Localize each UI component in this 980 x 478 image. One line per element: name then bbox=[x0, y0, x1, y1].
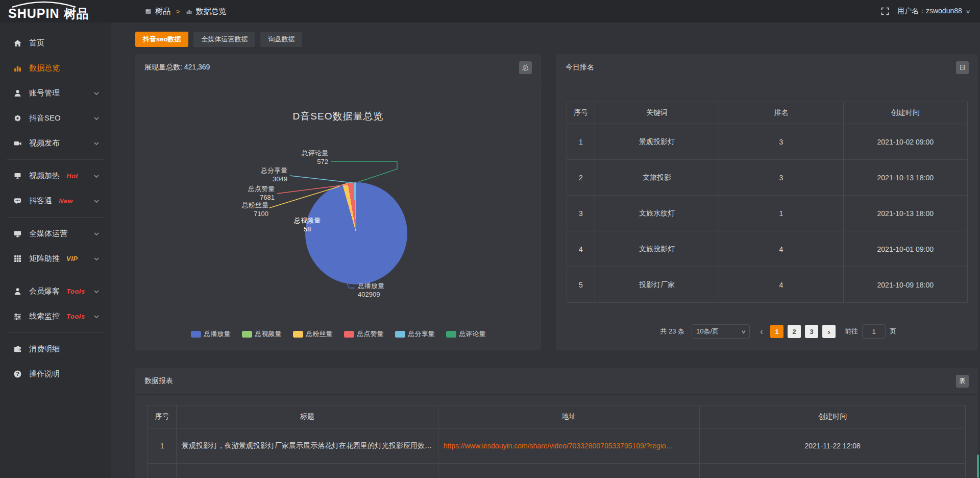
legend-item[interactable]: 总评论量 bbox=[446, 329, 486, 339]
pie-label-likes: 总点赞量7681 bbox=[213, 184, 275, 202]
sidebar-item-data-overview[interactable]: 数据总览 bbox=[0, 56, 111, 81]
pagination-total: 共 23 条 bbox=[660, 327, 684, 336]
day-view-button[interactable]: 日 bbox=[956, 61, 969, 74]
page-size-select[interactable]: 10条/页 ∨ bbox=[692, 324, 750, 339]
legend-item[interactable]: 总视频量 bbox=[242, 329, 282, 339]
sidebar-item-spend-details[interactable]: 消费明细 bbox=[0, 337, 111, 362]
video-url-link[interactable]: https://www.iesdouyin.com/share/video/70… bbox=[444, 442, 673, 450]
chevron-down-icon bbox=[94, 175, 99, 178]
legend-label: 总播放量 bbox=[204, 329, 231, 339]
legend-label: 总分享量 bbox=[408, 329, 435, 339]
sidebar-item-video-heat[interactable]: 视频加热 Hot bbox=[0, 163, 111, 188]
sidebar-item-omnimedia[interactable]: 全媒体运营 bbox=[0, 221, 111, 246]
table-view-button[interactable]: 表 bbox=[956, 375, 969, 388]
report-panel-title: 数据报表 bbox=[144, 376, 173, 386]
total-view-button[interactable]: 总 bbox=[519, 61, 532, 74]
breadcrumb-item-current: 数据总览 bbox=[196, 7, 227, 16]
legend-item[interactable]: 总粉丝量 bbox=[293, 329, 333, 339]
col-rank: 排名 bbox=[719, 102, 843, 124]
impressions-chart-panel: 展现量总数: 421,369 总 D音SEO数据量总览 bbox=[135, 54, 541, 350]
legend-swatch bbox=[446, 331, 456, 338]
chevron-down-icon: ∨ bbox=[741, 329, 746, 334]
username-menu[interactable]: 用户名：zswodun88 ∨ bbox=[897, 7, 970, 16]
legend-swatch bbox=[344, 331, 354, 338]
breadcrumb-separator: > bbox=[176, 8, 180, 15]
tools-badge: Tools bbox=[66, 313, 85, 320]
chevron-down-icon bbox=[94, 290, 99, 293]
tab-douyin-seo-data[interactable]: 抖音seo数据 bbox=[135, 32, 188, 47]
breadcrumb-item-root[interactable]: 树品 bbox=[155, 7, 170, 16]
sliders-icon bbox=[13, 312, 22, 321]
sidebar-item-label: 首页 bbox=[29, 38, 44, 48]
app-window: SHUPIN 树品 树品 > 数据总览 用户名：zswodun88 ∨ bbox=[0, 0, 980, 478]
col-index: 序号 bbox=[567, 102, 595, 124]
question-circle-icon: ? bbox=[13, 370, 22, 378]
col-index: 序号 bbox=[148, 405, 177, 428]
chevron-down-icon bbox=[94, 142, 99, 145]
sidebar-item-home[interactable]: 首页 bbox=[0, 31, 111, 56]
legend-swatch bbox=[191, 331, 201, 338]
top-bar: SHUPIN 树品 树品 > 数据总览 用户名：zswodun88 ∨ bbox=[0, 0, 980, 22]
chart-legend: 总播放量总视频量总粉丝量总点赞量总分享量总评论量 bbox=[135, 329, 541, 339]
sidebar-item-label: 数据总览 bbox=[29, 63, 60, 73]
sidebar-item-lead-monitor[interactable]: 线索监控 Tools bbox=[0, 304, 111, 329]
logo-text-en: SHUPIN bbox=[8, 7, 59, 20]
page-button-3[interactable]: 3 bbox=[805, 325, 818, 338]
logo-arc bbox=[10, 1, 78, 8]
table-row: 3 文旅水纹灯 1 2021-10-13 18:00 bbox=[567, 196, 968, 231]
sidebar-item-label: 全媒体运营 bbox=[29, 229, 67, 238]
chat-bubble-icon bbox=[13, 197, 22, 205]
prev-page-button[interactable]: ‹ bbox=[757, 326, 766, 337]
sidebar-divider bbox=[7, 332, 104, 333]
sidebar-item-matrix-boost[interactable]: 矩阵助推 VIP bbox=[0, 246, 111, 271]
col-time: 创建时间 bbox=[700, 405, 966, 428]
legend-item[interactable]: 总点赞量 bbox=[344, 329, 384, 339]
hot-badge: Hot bbox=[66, 172, 78, 180]
sidebar-item-label: 会员爆客 bbox=[29, 286, 60, 296]
tab-omnimedia-data[interactable]: 全媒体运营数据 bbox=[193, 32, 255, 47]
goto-page-input[interactable] bbox=[862, 324, 886, 339]
chevron-down-icon: ∨ bbox=[965, 9, 970, 14]
sidebar-item-douketong[interactable]: 抖客通 New bbox=[0, 188, 111, 213]
top-right-area: 用户名：zswodun88 ∨ bbox=[881, 7, 980, 16]
legend-item[interactable]: 总播放量 bbox=[191, 329, 231, 339]
col-url: 地址 bbox=[438, 405, 700, 428]
username-label: 用户名：zswodun88 bbox=[897, 7, 962, 15]
fullscreen-icon[interactable] bbox=[881, 7, 889, 15]
chevron-down-icon bbox=[94, 232, 99, 235]
pie-chart[interactable] bbox=[305, 182, 407, 284]
sidebar-item-member-baoke[interactable]: 会员爆客 Tools bbox=[0, 279, 111, 304]
pie-label-shares: 总分享量3049 bbox=[226, 166, 287, 183]
bar-chart-icon bbox=[13, 64, 22, 73]
chevron-down-icon bbox=[94, 92, 99, 95]
wallet-icon bbox=[13, 345, 22, 353]
data-tabs: 抖音seo数据 全媒体运营数据 询盘数据 bbox=[135, 32, 978, 47]
legend-item[interactable]: 总分享量 bbox=[395, 329, 435, 339]
chevron-down-icon bbox=[94, 257, 99, 260]
sidebar-item-label: 视频加热 bbox=[29, 171, 60, 181]
table-row: 1 景观投影灯 3 2021-10-02 09:00 bbox=[567, 124, 968, 160]
page-button-2[interactable]: 2 bbox=[788, 325, 801, 338]
vip-badge: VIP bbox=[66, 255, 78, 262]
sidebar-divider bbox=[7, 275, 104, 275]
sidebar-divider bbox=[7, 159, 104, 160]
crumb-home-icon bbox=[145, 8, 152, 15]
legend-label: 总点赞量 bbox=[357, 329, 384, 339]
scrollbar-thumb[interactable] bbox=[977, 455, 979, 478]
pagination: 共 23 条 10条/页 ∨ ‹ 1 2 3 › 前往 bbox=[567, 324, 896, 339]
tab-inquiry-data[interactable]: 询盘数据 bbox=[260, 32, 302, 47]
grid-icon bbox=[13, 254, 22, 263]
sidebar: 首页 数据总览 账号管理 抖音 bbox=[0, 22, 111, 478]
sidebar-item-accounts[interactable]: 账号管理 bbox=[0, 81, 111, 106]
sidebar-item-douyin-seo[interactable]: 抖音SEO bbox=[0, 106, 111, 131]
sidebar-item-video-publish[interactable]: 视频发布 bbox=[0, 131, 111, 156]
tools-badge: Tools bbox=[66, 288, 85, 295]
data-report-panel: 数据报表 表 序号 标题 地址 创建时间 bbox=[135, 368, 978, 478]
next-page-button[interactable]: › bbox=[822, 325, 836, 338]
content-area: 抖音seo数据 全媒体运营数据 询盘数据 展现量总数: 421,369 总 D音… bbox=[111, 22, 980, 478]
page-button-1[interactable]: 1 bbox=[770, 325, 783, 338]
chevron-down-icon bbox=[94, 200, 99, 203]
sidebar-item-help[interactable]: ? 操作说明 bbox=[0, 362, 111, 387]
breadcrumb: 树品 > 数据总览 bbox=[145, 7, 227, 16]
gear-icon bbox=[13, 114, 22, 123]
